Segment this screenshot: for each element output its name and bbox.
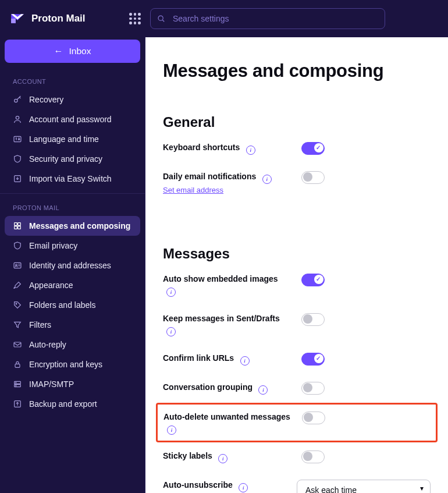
server-icon bbox=[13, 379, 22, 389]
svg-point-4 bbox=[16, 116, 19, 119]
brand-name: Proton Mail bbox=[31, 13, 86, 24]
section-messages-title: Messages bbox=[163, 246, 431, 262]
setting-auto-unsubscribe: Auto-unsubscribe i Ask each time bbox=[163, 480, 431, 493]
sidebar-section-proton-mail: PROTON MAIL bbox=[5, 198, 140, 216]
svg-point-12 bbox=[16, 264, 17, 266]
section-general-title: General bbox=[163, 114, 431, 130]
toggle-keep-sent[interactable] bbox=[301, 313, 325, 326]
sidebar-item-encryption[interactable]: Encryption and keys bbox=[5, 354, 140, 374]
funnel-icon bbox=[13, 320, 22, 329]
set-email-link[interactable]: Set email address bbox=[163, 186, 292, 194]
sidebar-item-email-privacy[interactable]: Email privacy bbox=[5, 236, 140, 256]
language-icon bbox=[13, 134, 22, 144]
svg-line-2 bbox=[162, 20, 164, 22]
sidebar-item-label: Appearance bbox=[29, 281, 73, 290]
setting-keyboard-shortcuts: Keyboard shortcuts i bbox=[163, 142, 431, 155]
arrow-left-icon: ← bbox=[54, 46, 63, 56]
info-icon[interactable]: i bbox=[167, 425, 176, 435]
inbox-button-label: Inbox bbox=[69, 46, 91, 56]
sidebar-item-account-password[interactable]: Account and password bbox=[5, 109, 140, 129]
setting-daily-email: Daily email notifications i Set email ad… bbox=[163, 171, 431, 194]
envelope-reply-icon bbox=[13, 340, 22, 349]
setting-sticky-labels: Sticky labels i bbox=[163, 451, 431, 463]
toggle-keyboard-shortcuts[interactable] bbox=[301, 142, 325, 155]
info-icon[interactable]: i bbox=[246, 146, 255, 155]
search-icon bbox=[157, 15, 165, 23]
sidebar: ← Inbox ACCOUNT Recovery Account and pas… bbox=[0, 37, 145, 493]
setting-conversation-grouping: Conversation grouping i bbox=[163, 382, 431, 395]
setting-label: Auto-unsubscribe bbox=[163, 480, 233, 490]
brush-icon bbox=[13, 281, 22, 290]
info-icon[interactable]: i bbox=[166, 288, 176, 297]
setting-label: Sticky labels bbox=[163, 451, 212, 460]
svg-rect-7 bbox=[15, 223, 17, 226]
sidebar-item-imap-smtp[interactable]: IMAP/SMTP bbox=[5, 374, 140, 394]
svg-rect-9 bbox=[15, 226, 17, 229]
toggle-auto-delete[interactable] bbox=[302, 412, 325, 424]
apps-grid-icon[interactable] bbox=[129, 13, 141, 24]
setting-label: Keep messages in Sent/Drafts bbox=[163, 314, 280, 323]
sidebar-item-appearance[interactable]: Appearance bbox=[5, 275, 140, 295]
svg-rect-0 bbox=[11, 19, 16, 23]
key-icon bbox=[13, 95, 22, 104]
sidebar-item-label: Encryption and keys bbox=[29, 360, 102, 369]
info-icon[interactable]: i bbox=[218, 454, 227, 463]
info-icon[interactable]: i bbox=[240, 356, 250, 366]
sidebar-item-label: Identity and addresses bbox=[29, 261, 111, 270]
sidebar-item-recovery[interactable]: Recovery bbox=[5, 90, 140, 109]
brand-logo[interactable]: Proton Mail bbox=[9, 10, 120, 27]
sidebar-item-label: Recovery bbox=[29, 95, 63, 104]
svg-rect-10 bbox=[18, 226, 21, 229]
sidebar-item-import[interactable]: Import via Easy Switch bbox=[5, 169, 140, 189]
setting-label: Keyboard shortcuts bbox=[163, 143, 240, 152]
info-icon[interactable]: i bbox=[239, 483, 248, 492]
setting-auto-show-images: Auto show embedded images i bbox=[163, 274, 431, 297]
sidebar-item-label: Backup and export bbox=[29, 399, 97, 409]
svg-point-18 bbox=[16, 382, 16, 383]
toggle-auto-show-images[interactable] bbox=[301, 274, 325, 286]
setting-label: Conversation grouping bbox=[163, 382, 253, 392]
svg-point-1 bbox=[158, 16, 163, 20]
sidebar-item-security-privacy[interactable]: Security and privacy bbox=[5, 149, 140, 169]
sidebar-item-label: Account and password bbox=[29, 115, 112, 124]
grid-icon bbox=[13, 221, 22, 230]
sidebar-item-label: Filters bbox=[29, 320, 51, 329]
svg-point-3 bbox=[15, 99, 17, 102]
sidebar-item-identity[interactable]: Identity and addresses bbox=[5, 256, 140, 275]
setting-confirm-urls: Confirm link URLs i bbox=[163, 353, 431, 366]
divider bbox=[0, 193, 145, 194]
export-icon bbox=[13, 399, 22, 409]
info-icon[interactable]: i bbox=[166, 327, 176, 336]
svg-point-19 bbox=[16, 385, 16, 386]
setting-label: Auto-delete unwanted messages bbox=[163, 412, 290, 421]
search-box bbox=[150, 8, 385, 29]
toggle-sticky-labels[interactable] bbox=[301, 451, 325, 463]
sidebar-item-folders-labels[interactable]: Folders and labels bbox=[5, 295, 140, 315]
svg-rect-15 bbox=[15, 364, 20, 367]
import-icon bbox=[13, 174, 22, 183]
tag-icon bbox=[13, 300, 22, 310]
setting-label: Confirm link URLs bbox=[163, 353, 234, 363]
info-icon[interactable]: i bbox=[258, 385, 268, 395]
setting-keep-sent: Keep messages in Sent/Drafts i bbox=[163, 313, 431, 336]
info-icon[interactable]: i bbox=[262, 175, 272, 184]
select-auto-unsubscribe[interactable]: Ask each time bbox=[297, 480, 431, 493]
sidebar-item-label: Auto-reply bbox=[29, 340, 66, 349]
sidebar-item-label: Folders and labels bbox=[29, 300, 95, 310]
sidebar-item-filters[interactable]: Filters bbox=[5, 315, 140, 335]
setting-label: Auto show embedded images bbox=[163, 274, 278, 283]
toggle-confirm-urls[interactable] bbox=[301, 353, 325, 366]
sidebar-item-auto-reply[interactable]: Auto-reply bbox=[5, 335, 140, 354]
search-input[interactable] bbox=[150, 8, 385, 29]
lock-icon bbox=[13, 360, 22, 369]
main-content: Messages and composing General Keyboard … bbox=[145, 37, 448, 493]
sidebar-item-backup-export[interactable]: Backup and export bbox=[5, 394, 140, 414]
user-icon bbox=[13, 115, 22, 124]
shield-outline-icon bbox=[13, 241, 22, 250]
highlight-auto-delete: Auto-delete unwanted messages i bbox=[156, 403, 438, 442]
toggle-conversation-grouping[interactable] bbox=[301, 382, 325, 395]
sidebar-item-messages-composing[interactable]: Messages and composing bbox=[5, 216, 140, 236]
toggle-daily-email[interactable] bbox=[301, 171, 325, 184]
inbox-button[interactable]: ← Inbox bbox=[5, 40, 140, 63]
sidebar-item-language-time[interactable]: Language and time bbox=[5, 129, 140, 149]
